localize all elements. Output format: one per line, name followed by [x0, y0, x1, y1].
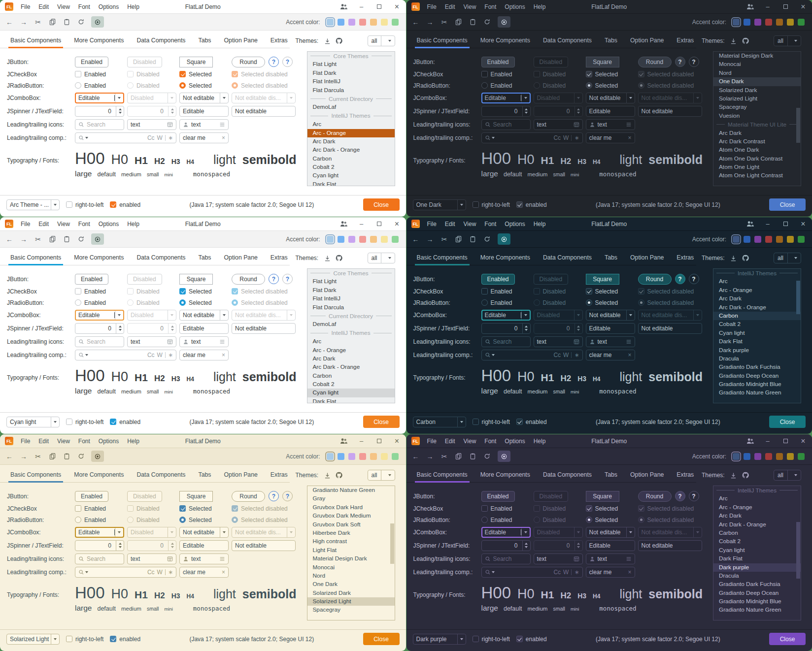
spinner-value[interactable]: 0 — [78, 108, 113, 115]
theme-selector-combobox[interactable]: One Dark — [413, 199, 466, 210]
menu-edit[interactable]: Edit — [35, 437, 52, 446]
search-options-input[interactable]: Cc W ∗ — [75, 567, 176, 578]
accent-swatch[interactable] — [359, 236, 366, 243]
theme-list-item[interactable]: Arc - Orange — [307, 346, 395, 355]
theme-list-item[interactable]: Arc Dark — [307, 355, 395, 363]
radio-enabled[interactable]: Enabled — [481, 517, 531, 523]
theme-list-item[interactable]: DemoLaf — [307, 320, 395, 328]
clear-icon[interactable]: × — [222, 569, 225, 576]
list-scrollbar-thumb[interactable] — [390, 523, 394, 564]
enabled-checkbox[interactable]: enabled — [110, 201, 140, 208]
chevron-down-icon[interactable] — [626, 310, 635, 320]
accent-swatch[interactable] — [381, 236, 388, 243]
clearable-input[interactable]: clear me × — [179, 132, 229, 143]
forward-icon[interactable]: → — [20, 18, 28, 26]
help-button-outline[interactable]: ? — [689, 57, 699, 67]
checkbox-enabled[interactable]: Enabled — [481, 71, 531, 78]
text-input-user-list[interactable]: text — [179, 336, 229, 347]
download-icon[interactable] — [323, 37, 331, 45]
right-to-left-checkbox[interactable]: right-to-left — [66, 201, 103, 208]
menu-edit[interactable]: Edit — [441, 2, 459, 11]
combobox-not-editable[interactable]: Not editable — [586, 93, 635, 103]
menu-font[interactable]: Font — [481, 2, 500, 11]
menu-file[interactable]: File — [424, 437, 440, 446]
tab-more-components[interactable]: More Components — [474, 467, 537, 482]
theme-list-item[interactable]: Gradianto Nature Green — [713, 606, 801, 614]
show-hover-toggle[interactable] — [91, 451, 104, 462]
back-icon[interactable]: ← — [5, 235, 13, 243]
search-options-input[interactable]: Cc W ∗ — [481, 350, 583, 360]
help-button[interactable]: ? — [675, 57, 685, 67]
search-dropdown-icon[interactable] — [78, 569, 88, 575]
enabled-checkbox[interactable]: enabled — [516, 419, 547, 425]
download-icon[interactable] — [323, 471, 331, 479]
spinner-arrows[interactable] — [522, 324, 530, 333]
theme-list-item[interactable]: Hiberbee Dark — [307, 529, 395, 537]
chevron-down-icon[interactable] — [626, 527, 635, 537]
text-input-calendar[interactable]: text — [127, 119, 176, 130]
jbutton-square[interactable]: Square — [179, 57, 213, 67]
list-icon[interactable] — [626, 339, 632, 345]
cut-icon[interactable]: ✂ — [440, 453, 448, 460]
copy-icon[interactable] — [455, 235, 463, 243]
theme-list-item[interactable]: Cyan light — [713, 329, 801, 337]
match-case-icon[interactable]: Cc — [147, 134, 155, 141]
combobox-not-editable[interactable]: Not editable — [179, 527, 229, 538]
theme-list-item[interactable]: Arc Dark - Orange — [713, 303, 801, 312]
tab-option-pane[interactable]: Option Pane — [217, 250, 264, 265]
spinner-arrows[interactable] — [116, 106, 124, 116]
github-icon[interactable] — [335, 254, 343, 262]
jbutton-square[interactable]: Square — [586, 57, 619, 67]
search-input[interactable]: Search — [75, 119, 124, 130]
theme-list-item[interactable]: Gruvbox Dark Medium — [307, 512, 395, 520]
forward-icon[interactable]: → — [426, 235, 434, 243]
tab-extras[interactable]: Extras — [670, 250, 700, 265]
match-case-icon[interactable]: Cc — [147, 569, 155, 576]
theme-list-item[interactable]: Gruvbox Dark Hard — [307, 503, 395, 512]
spinner-up-icon[interactable] — [119, 108, 122, 110]
regex-icon[interactable]: ∗ — [168, 134, 173, 141]
theme-list-item[interactable]: Flat Darcula — [307, 303, 395, 312]
whole-word-icon[interactable]: W — [563, 352, 569, 358]
maximize-button[interactable] — [375, 3, 383, 11]
search-input[interactable]: Search — [75, 553, 124, 564]
chevron-down-icon[interactable] — [521, 528, 530, 537]
accent-swatch[interactable] — [776, 236, 783, 243]
menu-options[interactable]: Options — [95, 437, 122, 446]
refresh-icon[interactable] — [483, 18, 491, 26]
maximize-button[interactable] — [375, 220, 383, 228]
theme-list-item[interactable]: Gruvbox Dark Soft — [307, 521, 395, 529]
whole-word-icon[interactable]: W — [157, 569, 163, 576]
tab-data-components[interactable]: Data Components — [130, 33, 192, 48]
enabled-checkbox[interactable]: enabled — [516, 201, 547, 208]
spinner-value[interactable]: 0 — [485, 325, 520, 332]
minimize-button[interactable]: – — [764, 3, 772, 11]
search-dropdown-icon[interactable] — [485, 352, 495, 358]
radio-selected[interactable]: Selected — [179, 299, 229, 306]
theme-list-item[interactable]: Monocai — [713, 60, 801, 68]
tab-extras[interactable]: Extras — [670, 33, 700, 48]
theme-list-item[interactable]: Flat IntelliJ — [307, 294, 395, 303]
theme-list-item[interactable]: Gradianto Dark Fuchsia — [713, 580, 801, 588]
clearable-input[interactable]: clear me × — [179, 350, 229, 360]
maximize-button[interactable] — [781, 437, 789, 445]
tab-more-components[interactable]: More Components — [474, 250, 537, 265]
chevron-down-icon[interactable] — [220, 527, 228, 537]
theme-list-item[interactable]: Carbon — [307, 155, 395, 163]
menu-view[interactable]: View — [54, 220, 73, 228]
theme-list-item[interactable]: Flat Darcula — [307, 86, 395, 95]
text-input-calendar[interactable]: text — [127, 553, 176, 564]
minimize-button[interactable]: – — [358, 3, 366, 11]
right-to-left-checkbox[interactable]: right-to-left — [473, 419, 510, 425]
tab-tabs[interactable]: Tabs — [598, 250, 624, 265]
chevron-down-icon[interactable] — [457, 634, 466, 644]
spinner-down-icon[interactable] — [119, 329, 122, 331]
theme-list-item[interactable]: Flat Dark — [307, 69, 395, 77]
combobox-editable[interactable]: Editable — [481, 93, 531, 103]
clear-icon[interactable]: × — [222, 134, 225, 141]
menu-help[interactable]: Help — [530, 2, 549, 11]
close-button[interactable]: Close — [769, 416, 806, 428]
accent-swatch[interactable] — [744, 19, 750, 26]
jbutton-enabled[interactable]: Enabled — [481, 491, 515, 502]
minimize-button[interactable]: – — [358, 437, 366, 445]
